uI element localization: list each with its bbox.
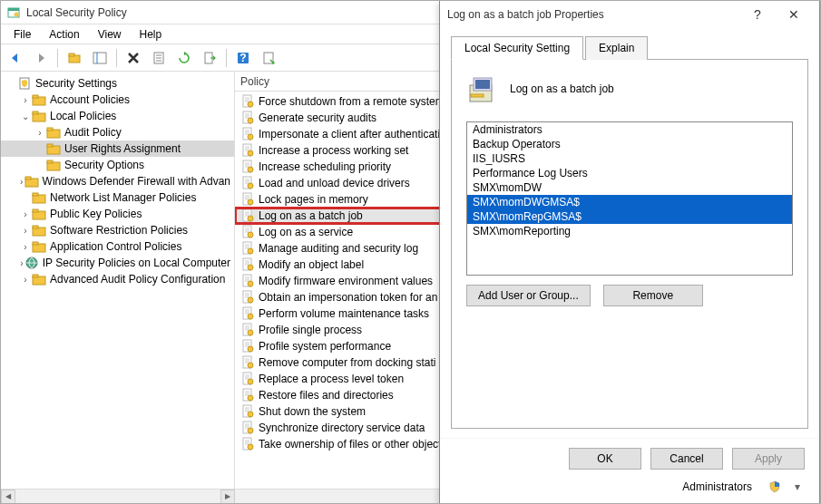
collapse-icon[interactable] (5, 77, 17, 90)
tree-node[interactable]: User Rights Assignment (1, 141, 234, 157)
policy-item-label: Obtain an impersonation token for an (259, 291, 437, 304)
policy-header-label: Policy (240, 75, 269, 88)
tab-explain[interactable]: Explain (585, 36, 648, 60)
svg-point-43 (248, 102, 253, 107)
expand-icon[interactable]: › (19, 224, 32, 237)
tree-node[interactable]: Security Options (1, 157, 234, 173)
tree-node[interactable]: ›Account Policies (1, 92, 234, 108)
policy-item-label: Take ownership of files or other objects (259, 438, 446, 451)
up-button[interactable] (64, 47, 85, 69)
tree-node[interactable]: ›Application Control Policies (1, 238, 234, 255)
tree-node-label: Windows Defender Firewall with Advan (43, 175, 230, 188)
folder-icon (32, 92, 46, 107)
scroll-left-button[interactable]: ◀ (1, 489, 15, 504)
policy-item-label: Restore files and directories (259, 389, 394, 402)
tree-node[interactable]: ›IP Security Policies on Local Computer (1, 255, 234, 271)
svg-rect-29 (33, 193, 38, 196)
apply-button[interactable]: Apply (732, 448, 805, 470)
menu-action[interactable]: Action (40, 26, 88, 43)
menu-file[interactable]: File (5, 26, 40, 43)
user-row[interactable]: SMX\momRepGMSA$ (467, 209, 792, 224)
svg-point-123 (248, 363, 253, 368)
tree-node[interactable]: ›Windows Defender Firewall with Advan (1, 173, 234, 189)
policy-item-icon (240, 274, 255, 288)
help-button[interactable]: ? (232, 47, 254, 69)
tree-node-label: Software Restriction Policies (50, 224, 188, 237)
user-row[interactable]: Performance Log Users (467, 166, 792, 180)
svg-point-128 (248, 379, 253, 384)
ok-button[interactable]: OK (569, 448, 641, 470)
svg-rect-4 (69, 53, 74, 56)
dialog-help-button[interactable]: ? (739, 1, 776, 28)
user-row[interactable]: Administrators (467, 122, 792, 137)
administrators-label: Administrators (682, 480, 752, 493)
policy-item-icon (240, 257, 255, 272)
policy-item-icon (240, 241, 255, 256)
policy-item-label: Perform volume maintenance tasks (259, 307, 429, 320)
tree-node-label: Account Policies (50, 93, 130, 106)
action-button[interactable] (258, 47, 279, 69)
svg-point-83 (248, 232, 253, 237)
svg-point-58 (248, 150, 253, 156)
folder-icon (32, 190, 46, 205)
expand-icon[interactable]: › (34, 126, 46, 139)
remove-button[interactable]: Remove (603, 285, 703, 306)
tree-node-label: Public Key Policies (50, 208, 142, 220)
policy-item-label: Modify an object label (259, 258, 364, 271)
back-button[interactable] (5, 47, 26, 69)
policy-item-icon (240, 323, 255, 337)
add-user-button[interactable]: Add User or Group... (466, 285, 591, 306)
user-row[interactable]: IIS_IUSRS (467, 151, 792, 166)
refresh-button[interactable] (173, 47, 195, 69)
svg-point-108 (248, 314, 253, 319)
expand-icon[interactable] (34, 142, 46, 155)
svg-point-68 (248, 183, 253, 189)
user-row[interactable]: Backup Operators (467, 137, 792, 151)
policy-item-label: Impersonate a client after authenticati (259, 128, 440, 141)
tree-root[interactable]: Security Settings (1, 75, 234, 92)
chevron-down-icon[interactable]: ▾ (790, 480, 805, 493)
svg-rect-152 (471, 94, 484, 97)
delete-button[interactable] (122, 47, 144, 69)
expand-icon[interactable]: ⌄ (19, 110, 32, 122)
svg-point-118 (248, 346, 253, 352)
expand-icon[interactable]: › (19, 208, 32, 220)
policy-item-label: Manage auditing and security log (259, 242, 418, 255)
svg-point-2 (15, 12, 19, 16)
expand-icon[interactable] (19, 191, 32, 204)
menu-view[interactable]: View (89, 26, 131, 43)
user-row[interactable]: SMX\momDWGMSA$ (467, 195, 792, 209)
policy-item-icon (240, 404, 255, 419)
user-row[interactable]: SMX\momReporting (467, 224, 792, 238)
policy-item-icon (240, 111, 255, 125)
expand-icon[interactable]: › (19, 240, 32, 253)
export-button[interactable] (199, 47, 220, 69)
svg-rect-5 (93, 53, 106, 63)
forward-button[interactable] (30, 47, 52, 69)
tree-node[interactable]: ›Software Restriction Policies (1, 222, 234, 238)
dialog-close-button[interactable]: ✕ (776, 1, 812, 28)
show-hide-tree-button[interactable] (89, 47, 111, 69)
tree-node[interactable]: ›Advanced Audit Policy Configuration (1, 271, 234, 287)
svg-rect-25 (47, 160, 53, 163)
expand-icon[interactable]: › (19, 273, 32, 286)
tab-local-security-setting[interactable]: Local Security Setting (451, 36, 583, 60)
users-listbox[interactable]: AdministratorsBackup OperatorsIIS_IUSRSP… (466, 121, 793, 276)
expand-icon[interactable] (34, 159, 46, 171)
tree-node[interactable]: ›Audit Policy (1, 124, 234, 141)
tree-node[interactable]: ›Public Key Policies (1, 206, 234, 222)
menu-help[interactable]: Help (131, 26, 171, 43)
svg-rect-21 (47, 128, 53, 131)
policy-item-label: Lock pages in memory (259, 193, 368, 206)
policy-item-icon (240, 192, 255, 207)
policy-item-label: Synchronize directory service data (259, 422, 425, 434)
scroll-right-button[interactable]: ▶ (220, 489, 235, 504)
cancel-button[interactable]: Cancel (650, 448, 723, 470)
tree-node[interactable]: ⌄Local Policies (1, 108, 234, 124)
tab-content: Log on as a batch job AdministratorsBack… (451, 60, 808, 429)
tree-node[interactable]: Network List Manager Policies (1, 189, 234, 206)
shield-icon (768, 480, 781, 493)
properties-button[interactable] (148, 47, 170, 69)
expand-icon[interactable]: › (19, 93, 32, 106)
user-row[interactable]: SMX\momDW (467, 180, 792, 195)
